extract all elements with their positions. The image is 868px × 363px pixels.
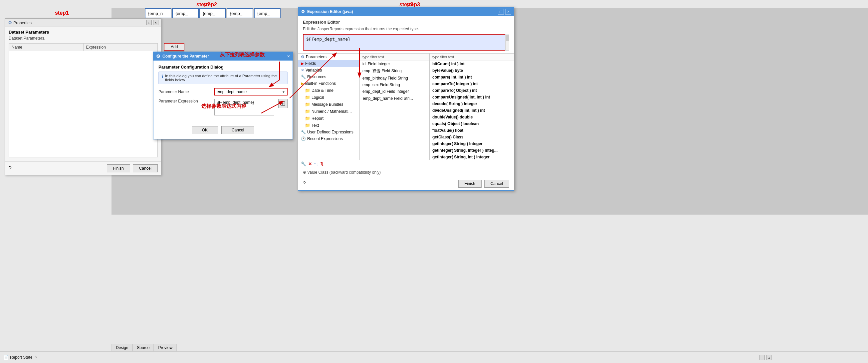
right-item-bitcount[interactable]: bitCount( int ) int bbox=[430, 61, 514, 67]
tool-icon-4[interactable]: ⇅ bbox=[320, 161, 324, 166]
dialog-ok-btn[interactable]: OK bbox=[192, 126, 218, 134]
tree-item-message[interactable]: 📁 Message Bundles bbox=[298, 101, 360, 108]
expr-maximize-btn[interactable]: □ bbox=[498, 9, 504, 14]
right-item-compareto2[interactable]: compareTo( Object ) int bbox=[430, 87, 514, 94]
tree-item-userdefined[interactable]: 🔧 User Defined Expressions bbox=[298, 129, 360, 135]
add-button[interactable]: Add bbox=[164, 43, 184, 51]
configure-dialog: ⚙ Configure the Parameter × Parameter Co… bbox=[153, 52, 293, 139]
tree-item-resources[interactable]: 🔧 Resources bbox=[298, 73, 360, 80]
expr-right-panel: type filter text bitCount( int ) int byt… bbox=[430, 53, 514, 160]
right-item-decode[interactable]: decode( String ) Integer bbox=[430, 100, 514, 107]
middle-item-id[interactable]: id_Field Integer bbox=[360, 61, 429, 67]
right-item-doublevalue[interactable]: doubleValue() double bbox=[430, 114, 514, 121]
logical-icon: 📁 bbox=[305, 95, 310, 100]
report-icon-status: 📄 bbox=[3, 355, 9, 360]
middle-filter-header: type filter text bbox=[360, 54, 429, 61]
right-item-getinteger1[interactable]: getInteger( String ) Integer bbox=[430, 140, 514, 147]
expr-help-icon[interactable]: ? bbox=[303, 181, 306, 187]
report-state-close[interactable]: × bbox=[35, 355, 37, 360]
tree-item-text[interactable]: 📁 Text bbox=[298, 122, 360, 129]
configure-subtitle: Parameter Configuration Dialog bbox=[158, 65, 287, 70]
dialog-cancel-btn[interactable]: Cancel bbox=[221, 126, 254, 134]
properties-titlebar: ⚙ Properties □ × bbox=[5, 19, 161, 27]
configure-info: ℹ In this dialog you can define the attr… bbox=[158, 71, 287, 84]
maximize-btn[interactable]: □ bbox=[147, 20, 152, 25]
tool-icon-2[interactable]: ✕ bbox=[308, 161, 312, 166]
middle-item-deptname[interactable]: emp_dept_name Field Stri... bbox=[360, 95, 429, 102]
recent-icon: 🕐 bbox=[301, 136, 306, 141]
titlebar-buttons: □ × bbox=[147, 20, 158, 25]
step3-display: step3 bbox=[406, 2, 420, 8]
configure-close[interactable]: × bbox=[287, 54, 290, 59]
tool-icon-3[interactable]: ↑↓ bbox=[314, 161, 318, 166]
tab-source[interactable]: Source bbox=[132, 344, 154, 351]
table-body bbox=[9, 51, 158, 157]
expr-editor-subtext: Edit the JasperReports expression that r… bbox=[298, 26, 514, 34]
expr-bottom-toolbar: 🔧 ✕ ↑↓ ⇅ bbox=[298, 160, 514, 168]
datetime-icon: 📁 bbox=[305, 88, 310, 93]
tab-design[interactable]: Design bbox=[112, 344, 132, 351]
tab-preview[interactable]: Preview bbox=[154, 344, 177, 351]
minimize-btn[interactable]: _ bbox=[760, 355, 765, 360]
cancel-button[interactable]: Cancel bbox=[133, 164, 158, 172]
param-expr-row: Parameter Expression $F{emp_dept_name} bbox=[158, 99, 287, 116]
middle-item-birthday[interactable]: emp_birthday Field String bbox=[360, 75, 429, 81]
middle-item-emp[interactable]: emp_双击 Field String bbox=[360, 67, 429, 75]
panel-heading: Dataset Parameters bbox=[5, 27, 161, 36]
userdefined-icon: 🔧 bbox=[301, 130, 306, 134]
status-mini-btns: _ □ bbox=[760, 355, 772, 360]
tree-item-report[interactable]: 📁 Report bbox=[298, 115, 360, 122]
expr-editor-title: ⚙ Expression Editor (java) bbox=[301, 9, 353, 14]
close-btn[interactable]: × bbox=[153, 20, 158, 25]
expr-close-btn[interactable]: × bbox=[505, 9, 511, 14]
param-expr-input[interactable]: $F{emp_dept_name} bbox=[214, 99, 274, 116]
tree-item-recent[interactable]: 🕐 Recent Expressions bbox=[298, 135, 360, 142]
tree-item-variables[interactable]: ✕ Variables bbox=[298, 67, 360, 73]
right-item-getinteger2[interactable]: getInteger( String, Integer ) Integ... bbox=[430, 147, 514, 154]
properties-title: ⚙ Properties bbox=[8, 20, 32, 25]
tree-item-fields[interactable]: ▶ Fields bbox=[298, 60, 360, 67]
col-expression: Expression bbox=[84, 43, 158, 51]
configure-title: ⚙ Configure the Parameter bbox=[156, 54, 209, 59]
right-item-getclass[interactable]: getClass() Class bbox=[430, 134, 514, 140]
right-item-compare[interactable]: compare( int, int ) int bbox=[430, 74, 514, 80]
right-item-getinteger3[interactable]: getInteger( String, int ) Integer bbox=[430, 154, 514, 160]
expr-editor-body: ⚙ Parameters ▶ Fields ✕ Variables 🔧 Reso… bbox=[298, 53, 514, 160]
tool-icon-1[interactable]: 🔧 bbox=[301, 161, 306, 166]
configure-titlebar: ⚙ Configure the Parameter × bbox=[153, 52, 292, 61]
middle-item-sex[interactable]: emp_sex Field String bbox=[360, 81, 429, 88]
expr-cancel-btn[interactable]: Cancel bbox=[484, 180, 509, 188]
right-item-compareunsigned[interactable]: compareUnsigned( int, int ) int bbox=[430, 94, 514, 100]
info-icon: ℹ bbox=[161, 74, 163, 79]
right-item-equals[interactable]: equals( Object ) boolean bbox=[430, 121, 514, 127]
middle-item-deptid[interactable]: emp_dept_id Field Integer bbox=[360, 88, 429, 95]
expr-edit-btn[interactable] bbox=[278, 99, 287, 108]
resources-icon: 🔧 bbox=[301, 74, 306, 79]
tree-item-logical[interactable]: 📁 Logical bbox=[298, 94, 360, 101]
expr-input-area[interactable]: $F{emp_dept_name} bbox=[303, 34, 509, 51]
help-icon[interactable]: ? bbox=[9, 165, 12, 171]
step1-display: step1 bbox=[55, 10, 69, 16]
text-icon: 📁 bbox=[305, 123, 310, 128]
expr-finish-btn[interactable]: Finish bbox=[458, 180, 482, 188]
finish-button[interactable]: Finish bbox=[107, 164, 130, 172]
tree-item-builtin[interactable]: ▶ Built-in Functions bbox=[298, 80, 360, 87]
expression-editor-panel: ⚙ Expression Editor (java) □ × Expressio… bbox=[298, 7, 514, 191]
expr-editor-titlebar: ⚙ Expression Editor (java) □ × bbox=[298, 7, 514, 16]
expr-tree-panel: ⚙ Parameters ▶ Fields ✕ Variables 🔧 Reso… bbox=[298, 53, 360, 160]
restore-btn[interactable]: □ bbox=[766, 355, 772, 360]
expr-editor-heading: Expression Editor bbox=[298, 16, 514, 26]
param-name-input[interactable]: emp_dept_name ▼ bbox=[214, 88, 287, 96]
tree-item-datetime[interactable]: 📁 Date & Time bbox=[298, 87, 360, 94]
expr-scrollbar[interactable] bbox=[505, 34, 509, 51]
right-item-divideunsigned[interactable]: divideUnsigned( int, int ) int bbox=[430, 107, 514, 114]
table-header: Name Expression bbox=[9, 43, 158, 51]
right-item-compareto1[interactable]: compareTo( Integer ) int bbox=[430, 80, 514, 87]
param-name-row: Parameter Name emp_dept_name ▼ bbox=[158, 88, 287, 96]
right-item-bytevalue[interactable]: byteValue() byte bbox=[430, 67, 514, 74]
configure-body: Parameter Configuration Dialog ℹ In this… bbox=[153, 61, 292, 123]
message-icon: 📁 bbox=[305, 102, 310, 107]
tree-item-parameters[interactable]: ⚙ Parameters bbox=[298, 54, 360, 60]
right-item-floatvalue[interactable]: floatValue() float bbox=[430, 127, 514, 134]
tree-item-numeric[interactable]: 📁 Numeric / Mathemati... bbox=[298, 108, 360, 115]
